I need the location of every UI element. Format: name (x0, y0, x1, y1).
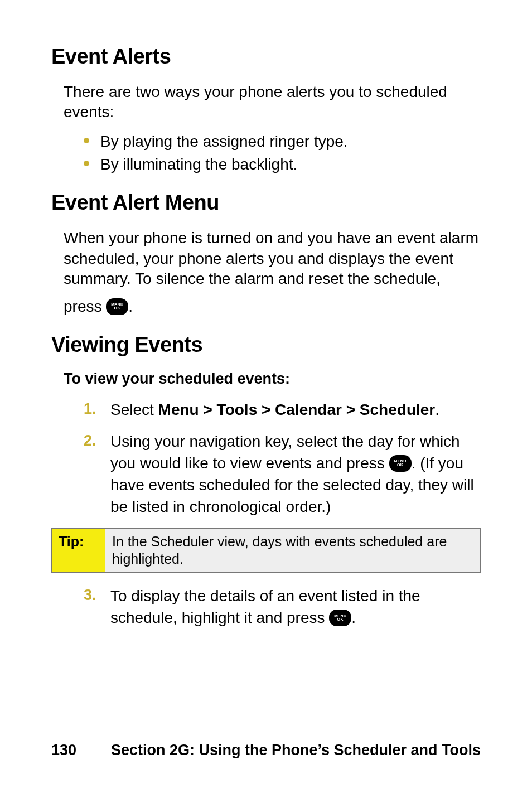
step-3: To display the details of an event liste… (84, 585, 481, 628)
text-fragment: . (435, 401, 439, 418)
tip-callout: Tip: In the Scheduler view, days with ev… (51, 528, 481, 573)
icon-label-line2: OK (397, 463, 403, 467)
viewing-events-sub: To view your scheduled events: (64, 370, 481, 388)
heading-event-alerts: Event Alerts (51, 45, 481, 69)
list-item: By illuminating the backlight. (84, 153, 481, 175)
step-2: Using your navigation key, select the da… (84, 431, 481, 518)
text-fragment: Select (110, 401, 158, 418)
heading-viewing-events: Viewing Events (51, 333, 481, 357)
menu-ok-button-icon: MENU OK (389, 455, 412, 472)
event-alert-menu-press: press MENU OK . (64, 297, 481, 317)
step-1: Select Menu > Tools > Calendar > Schedul… (84, 399, 481, 420)
text-fragment: press (64, 298, 106, 315)
icon-label-line2: OK (337, 618, 344, 621)
tip-label: Tip: (52, 528, 105, 573)
list-item: By playing the assigned ringer type. (84, 130, 481, 152)
text-fragment: . (128, 298, 133, 315)
heading-event-alert-menu: Event Alert Menu (51, 191, 481, 215)
menu-ok-button-icon: MENU OK (106, 298, 128, 315)
section-title: Section 2G: Using the Phone’s Scheduler … (111, 742, 481, 759)
menu-path: Menu > Tools > Calendar > Scheduler (158, 401, 436, 418)
page-number: 130 (51, 742, 76, 759)
icon-label-line2: OK (114, 307, 120, 310)
tip-text: In the Scheduler view, days with events … (105, 528, 481, 573)
text-fragment: . (351, 609, 356, 626)
event-alerts-lead: There are two ways your phone alerts you… (64, 82, 481, 123)
menu-ok-button-icon: MENU OK (329, 610, 351, 626)
text-fragment: To display the details of an event liste… (110, 587, 420, 626)
page-footer: 130 Section 2G: Using the Phone’s Schedu… (51, 742, 481, 759)
event-alert-menu-para: When your phone is turned on and you hav… (64, 228, 481, 289)
